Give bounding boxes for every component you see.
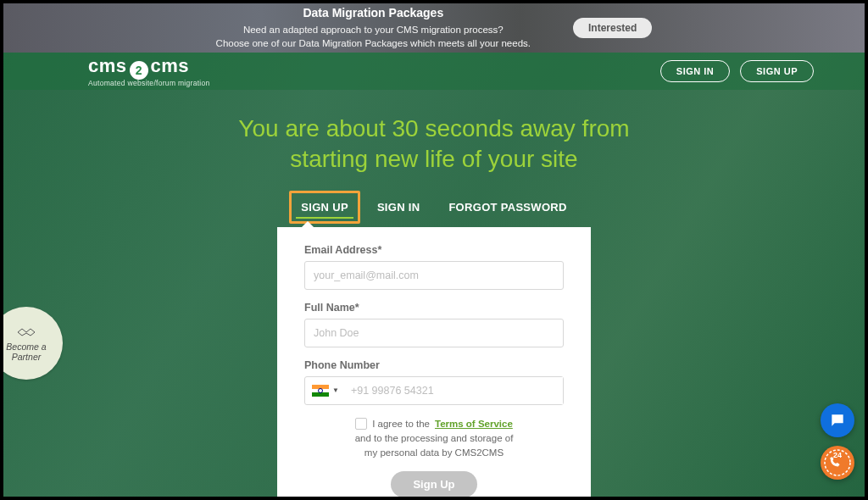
signup-form-card: Email Address* Full Name* Phone Number ▼ xyxy=(277,227,591,497)
terms-of-service-link[interactable]: Terms of Service xyxy=(435,417,513,431)
logo-right: cms xyxy=(151,55,190,77)
logo-left: cms xyxy=(88,55,127,77)
tab-signup[interactable]: SIGN UP xyxy=(296,194,353,220)
handshake-icon xyxy=(15,325,37,340)
consent-checkbox[interactable] xyxy=(355,418,367,430)
tab-forgot-password[interactable]: FORGOT PASSWORD xyxy=(443,194,571,220)
banner-line1: Need an adapted approach to your CMS mig… xyxy=(243,25,504,35)
banner-title: Data Migration Packages xyxy=(216,6,531,19)
chat-widget-button[interactable] xyxy=(821,403,854,437)
promo-banner: Data Migration Packages Need an adapted … xyxy=(3,3,865,53)
email-input[interactable] xyxy=(304,261,564,290)
chevron-down-icon[interactable]: ▼ xyxy=(332,386,339,394)
tab-signin[interactable]: SIGN IN xyxy=(372,194,426,220)
interested-button[interactable]: Interested xyxy=(573,18,652,38)
call-widget-button[interactable]: 24 xyxy=(821,446,854,480)
signup-submit-button[interactable]: Sign Up xyxy=(391,471,476,497)
fullname-label: Full Name* xyxy=(304,302,564,314)
consent-line2: and to the processing and storage of xyxy=(304,431,564,446)
header-signin-button[interactable]: SIGN IN xyxy=(660,60,730,82)
page-headline: You are about 30 seconds away from start… xyxy=(3,114,865,175)
logo-tagline: Automated website/forum migration xyxy=(88,79,210,87)
banner-line2: Choose one of our Data Migration Package… xyxy=(216,38,531,48)
consent-line3: my personal data by CMS2CMS xyxy=(304,446,564,460)
logo-mid-icon: 2 xyxy=(130,61,148,80)
auth-tabs: SIGN UP SIGN IN FORGOT PASSWORD xyxy=(3,194,865,220)
header-signup-button[interactable]: SIGN UP xyxy=(740,60,814,82)
fullname-input[interactable] xyxy=(304,319,564,347)
country-flag-icon[interactable] xyxy=(312,385,329,397)
chat-icon xyxy=(829,412,846,429)
site-header: cms 2 cms Automated website/forum migrat… xyxy=(3,53,865,90)
call-badge-text: 24 xyxy=(833,451,842,459)
phone-input[interactable] xyxy=(344,377,563,404)
consent-prefix: I agree to the xyxy=(372,417,430,431)
phone-label: Phone Number xyxy=(304,359,564,371)
email-label: Email Address* xyxy=(304,244,564,256)
logo[interactable]: cms 2 cms Automated website/forum migrat… xyxy=(88,55,210,87)
